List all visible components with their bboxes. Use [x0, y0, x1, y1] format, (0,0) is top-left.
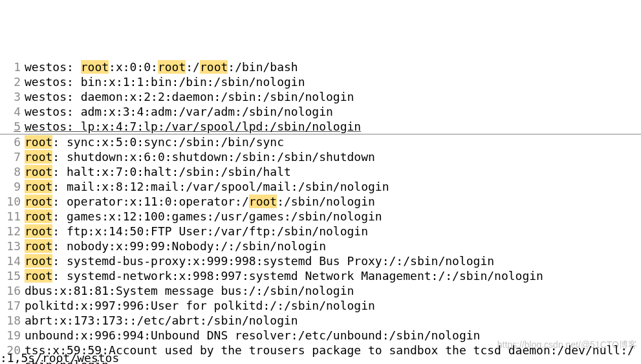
- search-match: root: [25, 254, 52, 268]
- text-segment: westos: daemon:x:2:2:daemon:/sbin:/sbin/…: [25, 90, 354, 103]
- line-content[interactable]: root: operator:x:11:0:operator:/root:/sb…: [25, 194, 641, 209]
- text-segment: : sync:x:5:0:sync:/sbin:/bin/sync: [52, 135, 284, 149]
- text-segment: unbound:x:996:994:Unbound DNS resolver:/…: [25, 328, 480, 342]
- line-number: 17: [0, 298, 25, 313]
- search-match: root: [158, 60, 186, 74]
- text-segment: westos: lp:x:4:7:lp:/var/spool/lpd:/sbin…: [25, 120, 361, 133]
- editor-line[interactable]: 12root: ftp:x:14:50:FTP User:/var/ftp:/s…: [0, 224, 641, 239]
- text-segment: : mail:x:8:12:mail:/var/spool/mail:/sbin…: [52, 180, 389, 193]
- line-number: 12: [0, 224, 25, 239]
- text-segment: dbus:x:81:81:System message bus:/:/sbin/…: [25, 284, 354, 297]
- search-match: root: [25, 180, 52, 193]
- search-match: root: [25, 209, 52, 223]
- line-content[interactable]: westos: adm:x:3:4:adm:/var/adm:/sbin/nol…: [25, 104, 641, 119]
- vim-command-line[interactable]: :1,5s/root/westos: [0, 350, 119, 364]
- text-segment: : nobody:x:99:99:Nobody:/:/sbin/nologin: [52, 239, 326, 253]
- search-match: root: [25, 269, 52, 283]
- line-content[interactable]: dbus:x:81:81:System message bus:/:/sbin/…: [25, 283, 641, 298]
- text-segment: : operator:x:11:0:operator:/: [52, 195, 248, 208]
- text-segment: : shutdown:x:6:0:shutdown:/sbin:/sbin/sh…: [52, 150, 375, 164]
- line-content[interactable]: root: mail:x:8:12:mail:/var/spool/mail:/…: [25, 179, 641, 194]
- search-match: root: [25, 195, 52, 208]
- line-number: 14: [0, 253, 25, 268]
- text-segment: : systemd-bus-proxy:x:999:998:systemd Bu…: [52, 254, 494, 268]
- line-number: 15: [0, 268, 25, 283]
- line-content[interactable]: root: halt:x:7:0:halt:/sbin:/sbin/halt: [25, 164, 641, 179]
- line-number: 8: [0, 164, 25, 179]
- line-number: 5: [0, 119, 25, 134]
- watermark-text: https://blog.csdn.net/@51CTO博客: [497, 337, 637, 352]
- line-content[interactable]: root: sync:x:5:0:sync:/sbin:/bin/sync: [25, 134, 641, 149]
- text-segment: :/sbin/nologin: [277, 195, 375, 208]
- line-content[interactable]: westos: daemon:x:2:2:daemon:/sbin:/sbin/…: [25, 89, 641, 104]
- text-segment: : systemd-network:x:998:997:systemd Netw…: [52, 269, 543, 283]
- search-match: root: [25, 239, 52, 253]
- editor-line[interactable]: 17polkitd:x:997:996:User for polkitd:/:/…: [0, 298, 641, 313]
- search-match: root: [249, 195, 277, 208]
- editor-line[interactable]: 7root: shutdown:x:6:0:shutdown:/sbin:/sb…: [0, 149, 641, 164]
- line-number: 11: [0, 209, 25, 224]
- line-number: 2: [0, 74, 25, 89]
- line-number: 19: [0, 328, 25, 343]
- line-content[interactable]: root: ftp:x:14:50:FTP User:/var/ftp:/sbi…: [25, 224, 641, 239]
- editor-line[interactable]: 10root: operator:x:11:0:operator:/root:/…: [0, 194, 641, 209]
- line-content[interactable]: root: systemd-network:x:998:997:systemd …: [25, 268, 641, 283]
- text-segment: : games:x:12:100:games:/usr/games:/sbin/…: [52, 209, 382, 223]
- editor-line[interactable]: 8root: halt:x:7:0:halt:/sbin:/sbin/halt: [0, 164, 641, 179]
- editor-line[interactable]: 4westos: adm:x:3:4:adm:/var/adm:/sbin/no…: [0, 104, 641, 119]
- line-content[interactable]: westos: root:x:0:0:root:/root:/bin/bash: [25, 59, 641, 74]
- line-content[interactable]: root: nobody:x:99:99:Nobody:/:/sbin/nolo…: [25, 239, 641, 253]
- line-number: 10: [0, 194, 25, 209]
- search-match: root: [25, 224, 52, 238]
- editor-line[interactable]: 14root: systemd-bus-proxy:x:999:998:syst…: [0, 253, 641, 268]
- text-segment: westos: adm:x:3:4:adm:/var/adm:/sbin/nol…: [25, 105, 333, 118]
- editor-line[interactable]: 1westos: root:x:0:0:root:/root:/bin/bash: [0, 59, 641, 74]
- editor-line[interactable]: 2westos: bin:x:1:1:bin:/bin:/sbin/nologi…: [0, 74, 641, 89]
- editor-line[interactable]: 9root: mail:x:8:12:mail:/var/spool/mail:…: [0, 179, 641, 194]
- line-content[interactable]: root: systemd-bus-proxy:x:999:998:system…: [25, 253, 641, 268]
- search-match: root: [200, 60, 228, 74]
- text-segment: westos:: [25, 60, 81, 74]
- line-number: 9: [0, 179, 25, 194]
- text-segment: abrt:x:173:173::/etc/abrt:/sbin/nologin: [25, 314, 298, 327]
- text-editor-viewport[interactable]: 1westos: root:x:0:0:root:/root:/bin/bash…: [0, 59, 641, 364]
- search-match: root: [81, 60, 109, 74]
- editor-line[interactable]: 3westos: daemon:x:2:2:daemon:/sbin:/sbin…: [0, 89, 641, 104]
- line-content[interactable]: root: shutdown:x:6:0:shutdown:/sbin:/sbi…: [25, 149, 641, 164]
- line-content[interactable]: polkitd:x:997:996:User for polkitd:/:/sb…: [25, 298, 641, 313]
- line-content[interactable]: abrt:x:173:173::/etc/abrt:/sbin/nologin: [25, 313, 641, 328]
- editor-line[interactable]: 18abrt:x:173:173::/etc/abrt:/sbin/nologi…: [0, 313, 641, 328]
- text-segment: polkitd:x:997:996:User for polkitd:/:/sb…: [25, 299, 375, 312]
- line-content[interactable]: root: games:x:12:100:games:/usr/games:/s…: [25, 209, 641, 224]
- editor-line[interactable]: 5westos: lp:x:4:7:lp:/var/spool/lpd:/sbi…: [0, 119, 641, 134]
- line-number: 3: [0, 89, 25, 104]
- text-segment: : halt:x:7:0:halt:/sbin:/sbin/halt: [52, 165, 290, 178]
- editor-line[interactable]: 6root: sync:x:5:0:sync:/sbin:/bin/sync: [0, 134, 641, 149]
- search-match: root: [25, 135, 52, 149]
- text-segment: :/: [186, 60, 200, 74]
- search-match: root: [25, 165, 52, 178]
- line-number: 6: [0, 134, 25, 149]
- editor-line[interactable]: 15root: systemd-network:x:998:997:system…: [0, 268, 641, 283]
- text-segment: westos: bin:x:1:1:bin:/bin:/sbin/nologin: [25, 75, 305, 89]
- line-number: 7: [0, 149, 25, 164]
- editor-line[interactable]: 11root: games:x:12:100:games:/usr/games:…: [0, 209, 641, 224]
- text-segment: : ftp:x:14:50:FTP User:/var/ftp:/sbin/no…: [52, 224, 368, 238]
- line-content[interactable]: westos: lp:x:4:7:lp:/var/spool/lpd:/sbin…: [25, 119, 641, 134]
- line-number: 16: [0, 283, 25, 298]
- line-number: 4: [0, 104, 25, 119]
- text-segment: :x:0:0:: [109, 60, 158, 74]
- line-number: 18: [0, 313, 25, 328]
- editor-line[interactable]: 16dbus:x:81:81:System message bus:/:/sbi…: [0, 283, 641, 298]
- text-segment: :/bin/bash: [228, 60, 298, 74]
- line-number: 1: [0, 59, 25, 74]
- line-content[interactable]: westos: bin:x:1:1:bin:/bin:/sbin/nologin: [25, 74, 641, 89]
- line-number: 13: [0, 239, 25, 253]
- editor-line[interactable]: 13root: nobody:x:99:99:Nobody:/:/sbin/no…: [0, 239, 641, 253]
- search-match: root: [25, 150, 52, 164]
